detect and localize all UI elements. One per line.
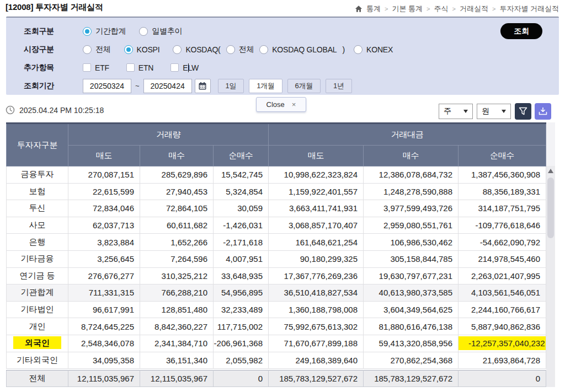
table-row[interactable]: 기타법인96,617,991128,851,48032,233,4891,360… bbox=[7, 301, 546, 318]
radio-icon[interactable] bbox=[226, 45, 235, 54]
col-header-buy: 매수 bbox=[364, 146, 459, 167]
scroll-up-arrow-icon[interactable] bbox=[548, 169, 553, 173]
value-cell: 161,648,621,254 bbox=[269, 234, 364, 251]
table-row[interactable]: 개인8,724,645,2258,842,360,227117,715,0027… bbox=[7, 318, 546, 335]
table-row[interactable]: 연기금 등276,676,277310,325,21233,648,93517,… bbox=[7, 267, 546, 284]
period-6month-button[interactable]: 6개월 bbox=[287, 79, 321, 93]
date-from-input[interactable]: 20250324 bbox=[83, 79, 131, 93]
scrollbar-thumb[interactable] bbox=[547, 178, 554, 238]
value-cell: 270,087,151 bbox=[68, 167, 140, 184]
breadcrumb-item[interactable]: 주식 bbox=[434, 4, 449, 14]
filter-row-query-type: 조회구분 기간합계 일별추이 bbox=[24, 24, 559, 39]
value-cell: 2,959,080,551,761 bbox=[364, 217, 459, 234]
value-cell: 214,978,545,460 bbox=[459, 250, 546, 267]
download-button[interactable] bbox=[535, 103, 551, 120]
value-cell: 90,180,299,325 bbox=[269, 250, 364, 267]
total-value-cell: 185,783,129,527,672 bbox=[269, 370, 364, 387]
chevron-down-icon bbox=[463, 110, 468, 113]
total-value-cell: 185,783,129,527,672 bbox=[364, 370, 459, 387]
radio-icon[interactable] bbox=[83, 45, 92, 54]
value-cell: 59,413,320,858,956 bbox=[364, 335, 459, 352]
radio-icon[interactable] bbox=[139, 27, 148, 36]
period-1day-button[interactable]: 1일 bbox=[218, 79, 244, 93]
table-row[interactable]: 기타금융3,256,6457,264,5964,007,95190,180,29… bbox=[7, 250, 546, 267]
radio-daily-trend[interactable]: 일별추이 bbox=[139, 26, 182, 36]
breadcrumb-item[interactable]: 투자자별 거래실적 bbox=[499, 4, 559, 14]
table-row[interactable]: 외국인2,548,346,0782,341,384,710-206,961,36… bbox=[7, 335, 546, 352]
date-range-tilde: ~ bbox=[135, 82, 140, 90]
calendar-button[interactable] bbox=[195, 79, 211, 93]
radio-icon[interactable] bbox=[354, 45, 363, 54]
radio-market-all[interactable]: 전체 bbox=[83, 45, 111, 55]
breadcrumb-item[interactable]: 통계 bbox=[366, 4, 381, 14]
investor-type-cell: 기타금융 bbox=[7, 250, 68, 267]
value-cell: 34,095,358 bbox=[68, 352, 140, 369]
value-cell: 17,367,776,269,236 bbox=[269, 267, 364, 284]
period-1month-button[interactable]: 1개월 bbox=[249, 79, 282, 93]
home-icon[interactable] bbox=[355, 5, 363, 13]
value-cell: 96,617,991 bbox=[68, 301, 140, 318]
table-row[interactable]: 기타외국인34,095,35836,151,3402,055,982249,16… bbox=[7, 352, 546, 369]
radio-period-sum[interactable]: 기간합계 bbox=[83, 26, 126, 36]
highlighted-value: -12,257,357,040,232 bbox=[459, 336, 546, 350]
total-label-cell: 전체 bbox=[7, 370, 68, 387]
close-popup-label: Close bbox=[266, 100, 285, 109]
radio-selected-icon[interactable] bbox=[83, 27, 92, 36]
radio-kosdaq-all[interactable]: 전체 bbox=[226, 45, 254, 55]
query-type-label: 조회구분 bbox=[24, 26, 83, 36]
radio-kosdaq-global[interactable]: KOSDAQ GLOBAL bbox=[259, 45, 337, 54]
value-cell: 72,834,046 bbox=[68, 200, 140, 217]
value-cell: 1,652,266 bbox=[140, 234, 214, 251]
download-icon bbox=[538, 106, 548, 116]
checkbox-etf[interactable]: ETF bbox=[83, 63, 109, 72]
checkbox-elw[interactable]: ELW bbox=[170, 63, 199, 72]
value-cell: 33,648,935 bbox=[214, 267, 269, 284]
table-row[interactable]: 금융투자270,087,151285,629,89615,542,74510,9… bbox=[7, 167, 546, 184]
period-1year-button[interactable]: 1년 bbox=[326, 79, 352, 93]
close-popup[interactable]: Close × bbox=[256, 97, 306, 112]
radio-konex[interactable]: KONEX bbox=[354, 45, 393, 54]
total-value-cell: 0 bbox=[459, 370, 546, 387]
filter-row-period: 조회기간 20250324 ~ 20250424 1일 1개월 6개월 1년 bbox=[24, 78, 559, 93]
unit-select-share[interactable]: 주 bbox=[439, 104, 473, 119]
kosdaq-paren-close: ) bbox=[342, 45, 345, 54]
investor-trading-table: 투자자구분 거래량 거래대금 매도 매수 순매수 매도 매수 순매수 금융투자2… bbox=[6, 122, 546, 369]
radio-icon[interactable] bbox=[259, 45, 268, 54]
checkbox-icon[interactable] bbox=[83, 63, 91, 72]
radio-selected-icon[interactable] bbox=[124, 45, 133, 54]
value-cell: 54,956,895 bbox=[214, 284, 269, 302]
investor-type-cell: 개인 bbox=[7, 318, 68, 335]
investor-type-cell: 투신 bbox=[7, 200, 68, 217]
radio-icon[interactable] bbox=[173, 45, 182, 54]
vertical-scrollbar[interactable] bbox=[546, 122, 555, 387]
radio-kosdaq-label: KOSDAQ( bbox=[185, 45, 220, 54]
checkbox-icon[interactable] bbox=[170, 63, 179, 72]
radio-kosdaq-all-label: 전체 bbox=[239, 45, 254, 55]
date-to-input[interactable]: 20250424 bbox=[143, 79, 192, 93]
col-header-investor-type: 투자자구분 bbox=[7, 123, 68, 167]
table-row[interactable]: 투신72,834,04672,864,10530,0593,663,411,74… bbox=[7, 200, 546, 217]
value-cell: 276,676,277 bbox=[68, 267, 140, 284]
checkbox-icon[interactable] bbox=[126, 63, 135, 72]
close-icon[interactable]: × bbox=[292, 100, 296, 109]
filter-button[interactable] bbox=[515, 103, 531, 120]
col-header-net-buy: 순매수 bbox=[459, 146, 546, 167]
radio-kosdaq[interactable]: KOSDAQ( bbox=[173, 45, 220, 54]
extra-items-label: 추가항목 bbox=[24, 63, 83, 73]
table-row[interactable]: 은행3,823,8841,652,266-2,171,618161,648,62… bbox=[7, 234, 546, 251]
total-value-cell: 12,115,035,967 bbox=[140, 370, 214, 387]
value-cell: 21,693,864,728 bbox=[459, 352, 546, 369]
breadcrumb-item[interactable]: 거래실적 bbox=[460, 4, 488, 14]
radio-kospi-label: KOSPI bbox=[137, 45, 160, 54]
value-cell: 19,630,797,677,231 bbox=[364, 267, 459, 284]
table-row[interactable]: 기관합계711,331,315766,288,21054,956,89536,5… bbox=[7, 284, 546, 302]
radio-kospi[interactable]: KOSPI bbox=[124, 45, 160, 54]
checkbox-etn[interactable]: ETN bbox=[126, 63, 153, 72]
table-row[interactable]: 사모62,037,71360,611,682-1,426,0313,068,85… bbox=[7, 217, 546, 234]
unit-select-won[interactable]: 원 bbox=[477, 104, 511, 119]
table-row[interactable]: 보험22,615,59927,940,4535,324,8541,159,922… bbox=[7, 183, 546, 200]
search-button[interactable]: 조회 bbox=[500, 23, 542, 39]
breadcrumb-item[interactable]: 기본 통계 bbox=[392, 4, 423, 14]
col-group-volume: 거래량 bbox=[68, 123, 269, 146]
value-cell: 8,724,645,225 bbox=[68, 318, 140, 335]
